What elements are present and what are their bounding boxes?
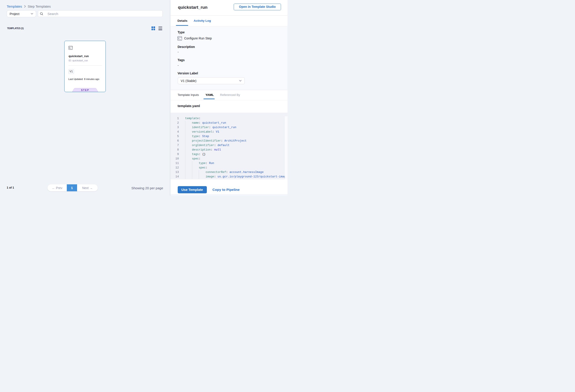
svg-text:STEP: STEP — [81, 89, 89, 92]
